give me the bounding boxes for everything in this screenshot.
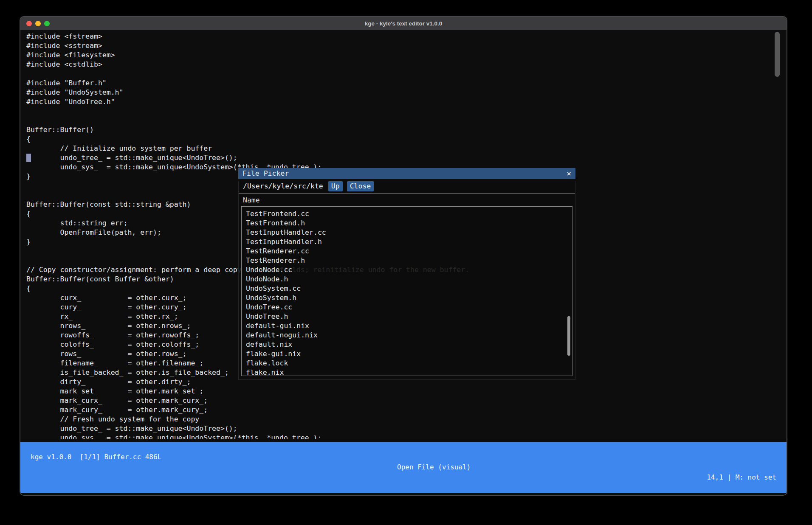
file-list-item[interactable]: UndoSystem.h	[246, 293, 572, 303]
code-line: {	[26, 135, 787, 144]
code-line: // Fresh undo system for the copy	[26, 415, 787, 424]
window-title: kge - kyle's text editor v1.0.0	[20, 20, 787, 27]
file-picker-titlebar[interactable]: File Picker ×	[238, 168, 575, 179]
path-separator	[239, 193, 575, 194]
editor-window: kge - kyle's text editor v1.0.0 #include…	[20, 16, 787, 496]
file-list-item[interactable]: UndoTree.cc	[246, 303, 572, 312]
file-list: TestFrontend.ccTestFrontend.hTestInputHa…	[241, 206, 572, 376]
file-list-item[interactable]: default.nix	[246, 340, 572, 349]
code-line: mark_set_ = other.mark_set_;	[26, 387, 787, 396]
code-line: mark_curx_ = other.mark_curx_;	[26, 396, 787, 405]
file-list-item[interactable]: TestRenderer.h	[246, 256, 572, 265]
code-line: Buffer::Buffer()	[26, 125, 787, 135]
file-list-item[interactable]: TestFrontend.cc	[246, 209, 572, 219]
file-list-item[interactable]: TestFrontend.h	[246, 219, 572, 228]
code-line: mark_cury_ = other.mark_cury_;	[26, 405, 787, 415]
code-line: #include "UndoTree.h"	[26, 97, 787, 107]
current-path: /Users/kyle/src/kte	[243, 181, 323, 191]
file-list-scrollbar-thumb[interactable]	[567, 316, 570, 356]
code-line: undo_sys_ = std::make_unique<UndoSystem>…	[26, 433, 787, 439]
code-line	[26, 116, 787, 125]
file-list-item[interactable]: flake.nix	[246, 368, 572, 376]
status-cursor-position: 14,1 | M: not set	[707, 472, 776, 483]
code-line: #include <cstdlib>	[26, 60, 787, 69]
name-column-header: Name	[243, 196, 575, 205]
status-left: kge v1.0.0 [1/1] Buffer.cc 486L	[31, 452, 161, 462]
window-titlebar[interactable]: kge - kyle's text editor v1.0.0	[20, 17, 787, 30]
file-picker-body: /Users/kyle/src/kte Up Close Name TestFr…	[238, 181, 575, 380]
text-cursor	[26, 154, 31, 162]
code-line: #include "Buffer.h"	[26, 79, 787, 88]
window-bottom-gap	[20, 493, 787, 495]
file-list-item[interactable]: UndoTree.h	[246, 312, 572, 321]
dialog-close-icon[interactable]: ×	[567, 168, 571, 179]
file-list-item[interactable]: TestInputHandler.h	[246, 237, 572, 247]
file-picker-title: File Picker	[242, 168, 289, 179]
editor-scrollbar-thumb[interactable]	[775, 32, 780, 77]
close-button[interactable]: Close	[347, 181, 374, 191]
code-editor-pane[interactable]: #include <fstream>#include <sstream>#inc…	[20, 30, 787, 439]
code-line: // Initialize undo system per buffer	[26, 144, 787, 153]
up-button[interactable]: Up	[328, 181, 343, 191]
file-list-item[interactable]: UndoNode.h	[246, 275, 572, 284]
code-line: undo_tree_ = std::make_unique<UndoTree>(…	[26, 153, 787, 163]
file-list-item[interactable]: UndoSystem.cc	[246, 284, 572, 293]
code-line	[26, 69, 787, 79]
file-list-item[interactable]: flake.lock	[246, 359, 572, 368]
status-bar: kge v1.0.0 [1/1] Buffer.cc 486L Open Fil…	[20, 442, 787, 493]
file-list-item[interactable]: TestRenderer.cc	[246, 247, 572, 256]
code-line: #include "UndoSystem.h"	[26, 88, 787, 97]
code-line: #include <sstream>	[26, 41, 787, 51]
file-list-item[interactable]: TestInputHandler.cc	[246, 228, 572, 237]
file-picker-dialog: File Picker × /Users/kyle/src/kte Up Clo…	[238, 168, 575, 378]
file-list-item[interactable]: flake-gui.nix	[246, 349, 572, 359]
file-list-item[interactable]: default-nogui.nix	[246, 331, 572, 340]
code-line: undo_tree_ = std::make_unique<UndoTree>(…	[26, 424, 787, 433]
code-line	[26, 107, 787, 116]
file-picker-path-row: /Users/kyle/src/kte Up Close	[243, 181, 575, 191]
code-line: #include <fstream>	[26, 32, 787, 41]
file-list-item[interactable]: UndoNode.cc	[246, 265, 572, 275]
file-list-items: TestFrontend.ccTestFrontend.hTestInputHa…	[246, 209, 572, 376]
code-line: #include <filesystem>	[26, 51, 787, 60]
file-list-item[interactable]: default-gui.nix	[246, 321, 572, 331]
status-mode: Open File (visual)	[397, 462, 471, 472]
